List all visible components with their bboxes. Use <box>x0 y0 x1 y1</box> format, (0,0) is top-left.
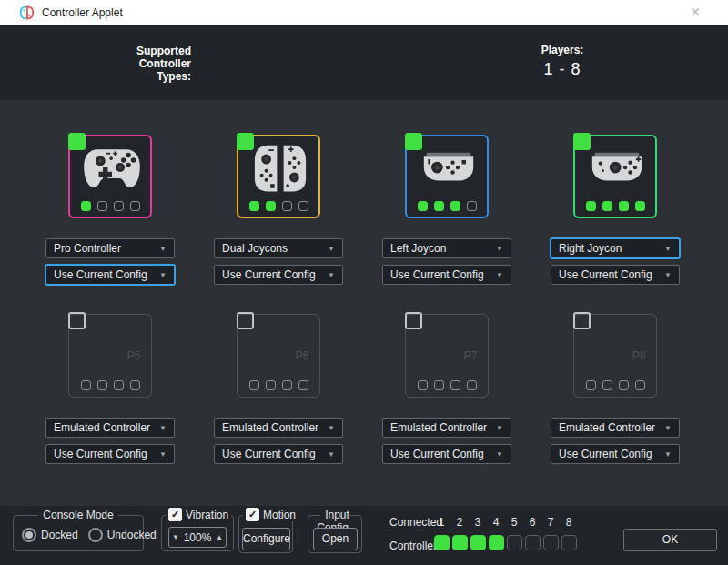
connected-controller-checkbox-6[interactable] <box>525 535 541 550</box>
players-label: Players: <box>517 44 608 56</box>
controller-type-value: Emulated Controller <box>54 421 150 434</box>
vibration-strength-value: 100% <box>182 531 213 544</box>
checkmark-icon: ✓ <box>248 510 257 520</box>
controller-type-dropdown[interactable]: Emulated Controller ▼ <box>551 418 680 438</box>
vibration-checkbox[interactable]: ✓ <box>168 508 182 521</box>
led-2 <box>266 201 276 211</box>
config-dropdown[interactable]: Use Current Config ▼ <box>382 265 511 285</box>
connected-controller-checkbox-7[interactable] <box>543 535 559 550</box>
config-dropdown[interactable]: Use Current Config ▼ <box>46 265 175 285</box>
docked-label[interactable]: Docked <box>41 529 78 541</box>
undocked-label[interactable]: Undocked <box>107 529 157 541</box>
controller-grid: Pro Controller ▼ Use Current Config ▼ Du… <box>0 100 728 506</box>
led-4 <box>467 380 477 390</box>
led-indicators <box>573 201 657 211</box>
controller-type-dropdown[interactable]: Dual Joycons ▼ <box>214 238 343 258</box>
player-connected-checkbox[interactable] <box>237 312 254 329</box>
open-input-config-button[interactable]: Open <box>313 528 358 550</box>
connected-controller-checkbox-2[interactable] <box>452 535 468 550</box>
config-dropdown[interactable]: Use Current Config ▼ <box>214 444 343 464</box>
player3-cell: Left Joycon ▼ Use Current Config ▼ <box>382 135 511 289</box>
led-indicators <box>405 201 489 211</box>
player-connected-checkbox[interactable] <box>68 312 86 329</box>
config-dropdown[interactable]: Use Current Config ▼ <box>382 444 511 464</box>
config-dropdown[interactable]: Use Current Config ▼ <box>46 444 175 464</box>
controller-applet-window: Controller Applet ✕ Supported Controller… <box>0 0 728 565</box>
led-indicators <box>573 380 657 390</box>
connected-controller-checkbox-3[interactable] <box>470 535 486 550</box>
config-value: Use Current Config <box>559 448 652 460</box>
led-1 <box>418 380 428 390</box>
controller-type-dropdown[interactable]: Pro Controller ▼ <box>46 238 175 258</box>
console-mode-title: Console Mode <box>14 509 143 521</box>
controller-type-dropdown[interactable]: Emulated Controller ▼ <box>46 418 175 438</box>
ok-button[interactable]: OK <box>623 529 717 551</box>
chevron-down-icon: ▼ <box>664 271 672 279</box>
chevron-down-icon: ▼ <box>496 245 503 253</box>
controller-type-value: Pro Controller <box>54 242 121 255</box>
connected-controller-checkbox-8[interactable] <box>561 535 577 550</box>
led-2 <box>602 201 612 211</box>
chevron-down-icon: ▼ <box>328 450 335 459</box>
configure-motion-button[interactable]: Configure <box>242 528 290 550</box>
config-value: Use Current Config <box>390 268 484 281</box>
player-connected-checkbox[interactable] <box>237 133 254 150</box>
player-number-label: P6 <box>260 349 344 362</box>
connected-controller-checkbox-4[interactable] <box>489 535 504 550</box>
chevron-down-icon: ▼ <box>328 245 335 253</box>
titlebar: Controller Applet ✕ <box>0 0 728 25</box>
player-connected-checkbox[interactable] <box>405 133 422 150</box>
player-connected-checkbox[interactable] <box>573 312 591 329</box>
config-value: Use Current Config <box>559 268 652 281</box>
player5-cell: P5 Emulated Controller ▼ Use Current Con… <box>46 314 175 469</box>
led-4 <box>635 380 645 390</box>
spin-up-icon[interactable]: ▲ <box>213 533 226 541</box>
player6-cell: P6 Emulated Controller ▼ Use Current Con… <box>214 314 343 469</box>
led-1 <box>249 380 259 390</box>
player-number-label: P8 <box>597 349 681 362</box>
chevron-down-icon: ▼ <box>159 245 167 253</box>
undocked-radio[interactable] <box>88 528 103 542</box>
connected-controller-checkbox-1[interactable] <box>434 535 450 550</box>
config-value: Use Current Config <box>390 448 484 460</box>
player2-cell: Dual Joycons ▼ Use Current Config ▼ <box>214 135 343 289</box>
led-3 <box>450 201 460 211</box>
header: Supported Controller Types: Players: 1 -… <box>0 25 728 100</box>
led-indicators <box>68 380 152 390</box>
vibration-group: ✓ Vibration ▼ 100% ▲ <box>161 515 234 551</box>
config-dropdown[interactable]: Use Current Config ▼ <box>214 265 343 285</box>
players-block: Players: 1 - 8 <box>517 44 608 79</box>
vibration-strength-spinner[interactable]: ▼ 100% ▲ <box>168 527 227 548</box>
controller-type-dropdown[interactable]: Right Joycon ▼ <box>551 238 680 258</box>
connected-controller-checkbox-5[interactable] <box>507 535 522 550</box>
spin-down-icon[interactable]: ▼ <box>169 533 182 541</box>
connected-number-8: 8 <box>560 516 578 529</box>
controller-type-value: Left Joycon <box>390 242 446 255</box>
led-indicators <box>237 380 320 390</box>
motion-group: ✓ Motion Configure <box>238 515 293 553</box>
player-connected-checkbox[interactable] <box>405 312 422 329</box>
app-logo-icon <box>18 5 35 21</box>
motion-checkbox[interactable]: ✓ <box>246 508 259 521</box>
controller-type-dropdown[interactable]: Emulated Controller ▼ <box>214 418 343 438</box>
controller-type-dropdown[interactable]: Emulated Controller ▼ <box>382 418 511 438</box>
config-dropdown[interactable]: Use Current Config ▼ <box>551 265 680 285</box>
led-indicators <box>237 201 320 211</box>
connected-number-6: 6 <box>523 516 541 529</box>
led-1 <box>81 201 91 211</box>
controller-type-dropdown[interactable]: Left Joycon ▼ <box>382 238 511 258</box>
led-2 <box>434 201 444 211</box>
player-number-label: P7 <box>429 349 512 362</box>
controller-type-value: Emulated Controller <box>390 421 487 434</box>
close-icon[interactable]: ✕ <box>690 0 701 25</box>
players-range: 1 - 8 <box>517 60 608 79</box>
connected-number-2: 2 <box>450 516 469 529</box>
player-connected-checkbox[interactable] <box>68 133 86 150</box>
led-2 <box>266 380 276 390</box>
led-3 <box>619 201 629 211</box>
led-4 <box>635 201 645 211</box>
player-connected-checkbox[interactable] <box>573 133 591 150</box>
config-dropdown[interactable]: Use Current Config ▼ <box>551 444 680 464</box>
docked-radio[interactable] <box>22 528 36 542</box>
config-value: Use Current Config <box>54 448 147 460</box>
